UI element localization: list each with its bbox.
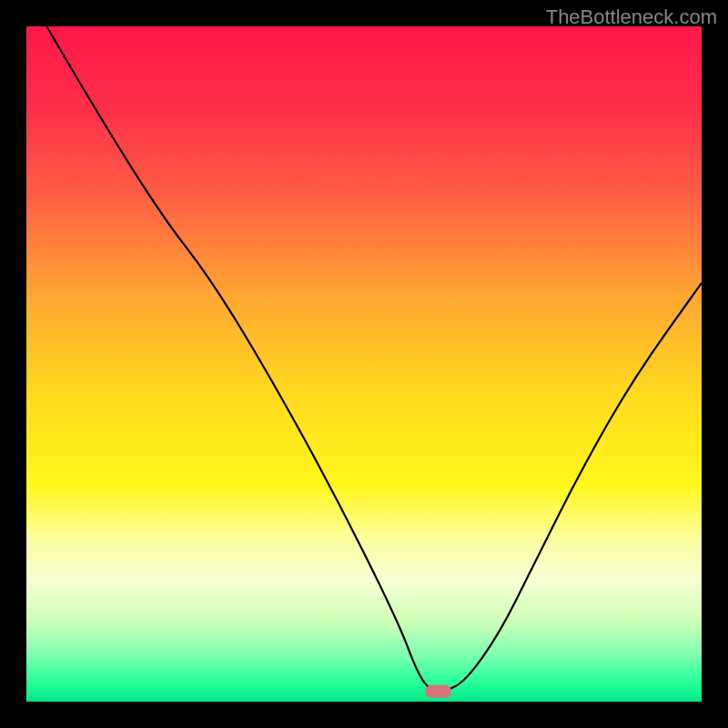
optimal-point-marker [426,685,451,698]
chart-container: TheBottleneck.com [0,0,728,728]
watermark-text: TheBottleneck.com [546,5,717,29]
frame-right [702,0,728,728]
gradient-background [26,26,702,702]
frame-bottom [0,702,728,728]
frame-left [0,0,26,728]
bottleneck-chart [0,0,728,728]
